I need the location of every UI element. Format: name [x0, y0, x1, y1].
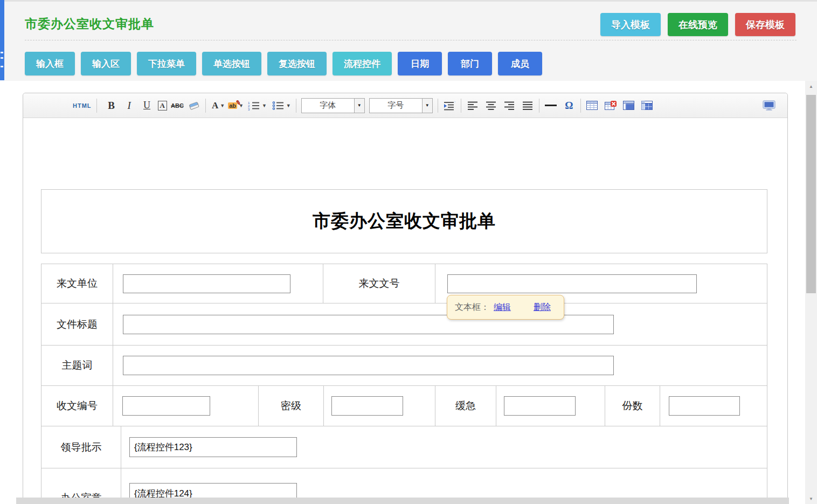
- font-color-button[interactable]: A▼: [211, 98, 225, 113]
- security-label: 密级: [258, 386, 323, 426]
- indent-button[interactable]: [443, 98, 456, 113]
- add-textarea-button[interactable]: 输入区: [81, 52, 131, 75]
- scroll-down-button[interactable]: ▼: [805, 494, 817, 503]
- eraser-icon: [188, 101, 200, 110]
- edge-mark: [1, 57, 3, 59]
- leader-comment-input[interactable]: [129, 437, 297, 457]
- editor-toolbar: HTML B I U A ABC A▼: [23, 93, 787, 118]
- header: 市委办公室收文审批单 导入模板 在线预览 保存模板 输入框 输入区 下拉菜单 单…: [4, 0, 817, 81]
- add-member-button[interactable]: 成员: [498, 52, 542, 75]
- align-left-button[interactable]: [466, 98, 479, 113]
- edge-mark: [1, 52, 3, 53]
- scrollbar-thumb[interactable]: [806, 95, 816, 293]
- scroll-up-button[interactable]: ▲: [805, 82, 817, 91]
- horizontal-rule-button[interactable]: [544, 98, 557, 113]
- add-radio-button[interactable]: 单选按钮: [202, 52, 261, 75]
- unordered-list-button[interactable]: ▼: [272, 98, 291, 113]
- add-input-box-button[interactable]: 输入框: [25, 52, 75, 75]
- form-table: 来文单位 来文文号 文件标题: [41, 264, 767, 504]
- font-style-button[interactable]: A: [158, 101, 167, 111]
- fullscreen-monitor-icon: [763, 100, 776, 111]
- keywords-label: 主题词: [41, 346, 113, 385]
- toolbar-separator: [96, 99, 97, 113]
- rich-text-editor: HTML B I U A ABC A▼: [23, 93, 788, 504]
- add-checkbox-button[interactable]: 复选按钮: [267, 52, 327, 75]
- delete-table-button[interactable]: [604, 98, 617, 113]
- from-unit-input[interactable]: [123, 274, 290, 293]
- editor-content[interactable]: 市委办公室收文审批单 来文单位 来文文号: [23, 119, 787, 504]
- table-row: 来文单位 来文文号: [41, 264, 767, 303]
- receipt-no-label: 收文编号: [41, 386, 113, 426]
- copies-label: 份数: [605, 386, 660, 426]
- add-dropdown-button[interactable]: 下拉菜单: [137, 52, 196, 75]
- toolbar-separator: [438, 99, 438, 113]
- from-unit-cell: [113, 264, 323, 303]
- import-template-button[interactable]: 导入模板: [600, 13, 661, 36]
- add-department-button[interactable]: 部门: [448, 52, 492, 75]
- special-char-button[interactable]: Ω: [563, 98, 576, 113]
- fullscreen-button[interactable]: [763, 98, 776, 113]
- table-row: 文件标题: [41, 303, 767, 346]
- security-cell: [323, 386, 435, 426]
- toolbar-separator: [296, 99, 296, 113]
- horizontal-rule-icon: [545, 105, 557, 106]
- remove-format-button[interactable]: [188, 98, 200, 113]
- security-input[interactable]: [331, 396, 403, 416]
- highlight-color-button[interactable]: ab✎ ▼: [228, 98, 244, 113]
- copies-cell: [660, 386, 767, 426]
- toolbar-separator: [580, 99, 581, 113]
- merge-cell-icon: [623, 101, 634, 110]
- table-properties-button[interactable]: [641, 98, 654, 113]
- doc-no-input[interactable]: [447, 274, 697, 293]
- header-actions: 导入模板 在线预览 保存模板: [600, 13, 795, 36]
- horizontal-scrollbar[interactable]: [16, 498, 789, 504]
- svg-text:3: 3: [248, 108, 250, 111]
- insert-table-button[interactable]: [586, 98, 599, 113]
- keywords-input[interactable]: [123, 356, 614, 375]
- copies-input[interactable]: [669, 396, 740, 416]
- urgency-input[interactable]: [504, 396, 576, 416]
- add-date-button[interactable]: 日期: [398, 52, 442, 75]
- table-icon: [586, 101, 598, 110]
- doc-no-label: 来文文号: [323, 264, 435, 303]
- ordered-list-icon: 1 2 3: [248, 101, 260, 111]
- unordered-list-icon: [272, 101, 285, 111]
- align-center-button[interactable]: [484, 98, 497, 113]
- chevron-down-icon: ▼: [286, 103, 291, 108]
- document-title-cell: 市委办公室收文审批单: [41, 189, 767, 253]
- vertical-scrollbar[interactable]: ▲ ▼: [805, 81, 817, 504]
- bold-button[interactable]: B: [105, 98, 118, 113]
- align-justify-icon: [522, 101, 533, 111]
- merge-cell-button[interactable]: [622, 98, 635, 113]
- align-justify-button[interactable]: [521, 98, 534, 113]
- header-divider: [25, 40, 797, 40]
- edge-mark: [1, 66, 3, 67]
- receipt-no-cell: [113, 386, 258, 426]
- underline-button[interactable]: U: [141, 98, 154, 113]
- source-code-button[interactable]: HTML: [73, 98, 92, 113]
- online-preview-button[interactable]: 在线预览: [668, 13, 728, 36]
- italic-button[interactable]: I: [123, 98, 136, 113]
- add-flow-control-button[interactable]: 流程控件: [333, 52, 392, 75]
- receipt-no-input[interactable]: [122, 396, 210, 416]
- delete-link[interactable]: 删除: [534, 302, 551, 313]
- chevron-down-icon: ▼: [220, 103, 225, 108]
- toolbar-separator: [539, 99, 539, 113]
- leader-comment-label: 领导批示: [41, 426, 121, 468]
- toolbar-separator: [461, 99, 461, 113]
- align-right-button[interactable]: [503, 98, 516, 113]
- ordered-list-button[interactable]: 1 2 3 ▼: [248, 98, 267, 113]
- save-template-button[interactable]: 保存模板: [735, 13, 795, 36]
- chevron-down-icon: ▼: [354, 99, 364, 113]
- edit-link[interactable]: 编辑: [494, 302, 511, 313]
- strikethrough-button[interactable]: ABC: [171, 98, 184, 113]
- table-row: 主题词: [41, 346, 767, 386]
- align-right-icon: [504, 101, 515, 111]
- keywords-cell: [113, 346, 767, 385]
- chevron-down-icon: ▼: [262, 103, 267, 108]
- from-unit-label: 来文单位: [41, 264, 113, 303]
- font-family-select[interactable]: 字体 ▼: [301, 98, 365, 113]
- file-title-label: 文件标题: [41, 303, 113, 345]
- main-area: HTML B I U A ABC A▼: [0, 81, 817, 504]
- font-size-select[interactable]: 字号 ▼: [369, 98, 433, 113]
